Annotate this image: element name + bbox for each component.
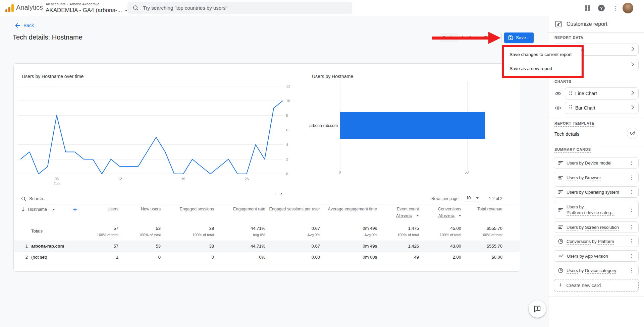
column-resize-divider[interactable] bbox=[65, 215, 65, 239]
card-metric[interactable]: Users bbox=[567, 160, 578, 166]
summary-card-browser[interactable]: Users by Browser⋮ bbox=[554, 172, 639, 183]
chevron-right-icon bbox=[631, 62, 634, 68]
filter-label: All events bbox=[438, 213, 454, 218]
totals-subvalue: 100% of total bbox=[110, 233, 161, 237]
y-axis-tick-label: 2 bbox=[286, 157, 288, 161]
date-range-chip[interactable]: Custom bbox=[440, 33, 459, 42]
filter-label: All events bbox=[396, 213, 412, 218]
card-menu-icon[interactable]: ⋮ bbox=[628, 253, 635, 259]
pagination-range: 1-2 of 2 bbox=[489, 196, 502, 201]
column-header-label: New users bbox=[110, 206, 161, 212]
global-search-input[interactable]: Try searching "top countries by users" bbox=[127, 2, 352, 14]
save-button[interactable]: Save... bbox=[504, 32, 534, 43]
column-header-engaged-sessions[interactable]: Engaged sessions bbox=[163, 206, 214, 212]
bar-data-bar[interactable] bbox=[340, 112, 485, 139]
x-axis-month-label: Jun bbox=[54, 182, 60, 186]
card-metric[interactable]: Users bbox=[567, 190, 578, 195]
card-dimension[interactable]: App version bbox=[585, 254, 608, 259]
pie-icon bbox=[558, 239, 563, 244]
unlink-template-button[interactable] bbox=[627, 128, 638, 139]
chart-row-bar-chart[interactable]: Bar Chart bbox=[565, 102, 639, 114]
y-axis-tick-label: 12 bbox=[286, 84, 290, 88]
card-dimension[interactable]: Screen resolution bbox=[585, 225, 619, 231]
back-button[interactable]: Back bbox=[15, 23, 34, 28]
feedback-chat-button[interactable] bbox=[529, 300, 546, 318]
more-options-icon[interactable]: ⋮ bbox=[611, 4, 619, 12]
bar-chart-title: Users by Hostname bbox=[312, 74, 353, 79]
card-metric[interactable]: Users bbox=[567, 175, 578, 181]
breadcrumb-account[interactable]: Arbona Akademija bbox=[69, 2, 99, 6]
card-menu-icon[interactable]: ⋮ bbox=[628, 238, 635, 244]
create-new-card-button[interactable]: + Create new card bbox=[554, 279, 639, 291]
bar-sorted-icon bbox=[558, 175, 563, 180]
help-icon[interactable]: ? bbox=[597, 4, 605, 12]
summary-card-label: Users by App version bbox=[567, 253, 628, 259]
column-header-label: Engaged sessions bbox=[163, 206, 214, 212]
card-menu-icon[interactable]: ⋮ bbox=[628, 160, 635, 166]
report-data-section-label: REPORT DATA bbox=[554, 36, 584, 40]
date-range-value[interactable]: Jun 1 - Jun 30, 2... bbox=[461, 35, 500, 40]
save-menu-item-2[interactable]: Save as a new report bbox=[504, 61, 581, 75]
card-metric[interactable]: Users bbox=[567, 254, 578, 259]
table-search-input[interactable]: Search... bbox=[29, 196, 47, 201]
card-metric[interactable]: Users bbox=[567, 268, 578, 274]
report-template-value: Tech details bbox=[554, 131, 579, 137]
drag-handle-icon[interactable] bbox=[569, 90, 572, 96]
chevron-right-icon bbox=[631, 105, 634, 111]
card-metric[interactable]: Users bbox=[567, 204, 578, 210]
column-header-engaged-sessions-per-user[interactable]: Engaged sessions per user bbox=[269, 206, 320, 212]
breadcrumb-accounts[interactable]: All accounts bbox=[46, 2, 65, 6]
card-dimension[interactable]: Device category bbox=[585, 268, 616, 274]
summary-card-device-category[interactable]: Users by Device category⋮ bbox=[554, 265, 639, 276]
summary-card-screen-resolution[interactable]: Users by Screen resolution⋮ bbox=[554, 221, 639, 233]
card-metric[interactable]: Conversions bbox=[567, 239, 591, 245]
column-header-engagement-rate[interactable]: Engagement rate bbox=[214, 206, 265, 212]
section-divider bbox=[548, 296, 644, 297]
summary-card-device-model[interactable]: Users by Device model⋮ bbox=[554, 157, 639, 169]
property-selector[interactable]: AKADEMIJA - GA4 (arbona-... bbox=[46, 7, 127, 14]
apps-grid-icon[interactable] bbox=[584, 4, 592, 12]
breadcrumb[interactable]: All accounts›Arbona Akademija bbox=[46, 2, 99, 6]
chart-prev-icon[interactable]: ‹ bbox=[275, 190, 276, 196]
rows-per-page-label: Rows per page: bbox=[431, 196, 460, 201]
card-menu-icon[interactable]: ⋮ bbox=[628, 189, 635, 195]
column-header-total-revenue[interactable]: Total revenue bbox=[451, 206, 502, 212]
summary-card-platform[interactable]: Conversions by Platform⋮ bbox=[554, 236, 639, 247]
bar-axis-tick: 50 bbox=[465, 170, 469, 174]
totals-subvalue: Avg 0% bbox=[214, 233, 265, 237]
card-menu-icon[interactable]: ⋮ bbox=[628, 207, 635, 213]
summary-cards-section-label: SUMMARY CARDS bbox=[554, 147, 591, 153]
save-menu-item-1[interactable]: Save changes to current report bbox=[504, 47, 581, 61]
avatar[interactable] bbox=[623, 3, 633, 13]
dimension-column-header[interactable]: Hostname bbox=[21, 207, 55, 212]
column-filter[interactable]: All events bbox=[438, 213, 461, 218]
visibility-eye-icon[interactable] bbox=[555, 106, 561, 112]
charts-section-label: CHARTS bbox=[554, 79, 572, 83]
card-menu-icon[interactable]: ⋮ bbox=[628, 224, 635, 230]
summary-card-app-version[interactable]: Users by App version⋮ bbox=[554, 250, 639, 262]
summary-card-platform-device-categ-[interactable]: Users by Platform / device categ...⋮ bbox=[554, 201, 639, 218]
line-series[interactable] bbox=[20, 101, 283, 174]
visibility-eye-icon[interactable] bbox=[555, 91, 561, 97]
card-menu-icon[interactable]: ⋮ bbox=[628, 267, 635, 273]
summary-card-operating-system[interactable]: Users by Operating system⋮ bbox=[554, 186, 639, 198]
chevron-down-icon bbox=[459, 215, 461, 216]
card-dimension[interactable]: Platform bbox=[598, 239, 614, 245]
chart-row-line-chart[interactable]: Line Chart bbox=[565, 87, 639, 100]
drag-handle-icon[interactable] bbox=[569, 105, 572, 111]
save-dropdown-menu: Save changes to current reportSave as a … bbox=[504, 47, 581, 76]
card-dimension[interactable]: Device model bbox=[585, 160, 611, 166]
section-divider bbox=[548, 145, 644, 145]
card-metric[interactable]: Users bbox=[567, 225, 578, 231]
rows-per-page-select[interactable]: 10 bbox=[464, 196, 479, 201]
summary-card-label: Users by Platform / device categ... bbox=[567, 204, 628, 215]
chart-next-icon[interactable]: › bbox=[280, 190, 282, 196]
edit-chart-icon bbox=[555, 21, 562, 27]
card-dimension[interactable]: Operating system bbox=[585, 190, 619, 195]
table-divider bbox=[18, 222, 516, 222]
customize-report-header: Customize report bbox=[548, 16, 644, 32]
card-menu-icon[interactable]: ⋮ bbox=[628, 175, 635, 181]
card-dimension[interactable]: Browser bbox=[585, 175, 601, 181]
card-dimension[interactable]: Platform / device categ... bbox=[567, 210, 614, 216]
column-header-new-users[interactable]: New users bbox=[110, 206, 161, 212]
